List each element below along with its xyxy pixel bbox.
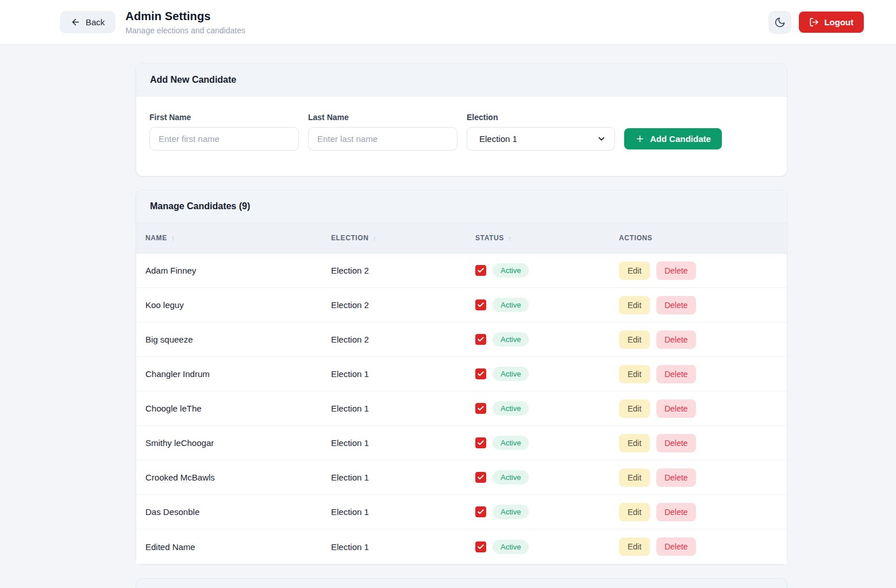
table-row: Das Desonble Election 1 Active Edit Dele… <box>136 495 787 529</box>
status-badge: Active <box>493 367 529 381</box>
candidate-actions-cell: Edit Delete <box>619 399 787 418</box>
edit-button[interactable]: Edit <box>619 330 650 349</box>
column-header-actions-label: ACTIONS <box>619 234 652 242</box>
sort-arrow-icon: ↑ <box>372 234 376 243</box>
candidate-status-cell: Active <box>475 436 619 450</box>
candidate-actions-cell: Edit Delete <box>619 468 787 487</box>
candidate-status-cell: Active <box>475 367 619 381</box>
candidate-status-cell: Active <box>475 298 619 312</box>
edit-button[interactable]: Edit <box>619 399 650 418</box>
active-checkbox[interactable] <box>475 437 486 448</box>
add-candidate-button-label: Add Candidate <box>650 134 711 144</box>
active-checkbox[interactable] <box>475 506 486 517</box>
last-name-input[interactable] <box>308 127 457 151</box>
election-select-value: Election 1 <box>479 134 517 144</box>
edit-button[interactable]: Edit <box>619 537 650 556</box>
delete-button[interactable]: Delete <box>656 262 695 280</box>
arrow-left-icon <box>71 17 80 27</box>
table-row: Big squeeze Election 2 Active Edit Delet… <box>136 322 787 357</box>
status-badge: Active <box>493 505 529 519</box>
last-name-label: Last Name <box>308 113 457 122</box>
candidate-name: Big squeeze <box>145 335 331 344</box>
edit-button[interactable]: Edit <box>619 296 650 314</box>
edit-button[interactable]: Edit <box>619 365 650 383</box>
logout-icon <box>809 17 819 27</box>
logout-button[interactable]: Logout <box>799 11 864 33</box>
candidate-election: Election 2 <box>331 266 475 275</box>
table-row: Smithy leChoogar Election 1 Active Edit … <box>136 426 787 460</box>
active-checkbox[interactable] <box>475 403 486 414</box>
column-header-status-label: STATUS <box>475 234 504 242</box>
active-checkbox[interactable] <box>475 368 486 379</box>
delete-button[interactable]: Delete <box>656 365 695 383</box>
election-select[interactable]: Election 1 <box>467 127 615 151</box>
topbar: Back Admin Settings Manage elections and… <box>0 0 896 45</box>
table-row: Koo leguy Election 2 Active Edit Delete <box>136 288 787 322</box>
add-candidate-button[interactable]: Add Candidate <box>624 128 722 149</box>
candidate-name: Koo leguy <box>145 300 331 310</box>
candidates-table-body: Adam Finney Election 2 Active Edit Delet… <box>136 253 787 564</box>
active-checkbox[interactable] <box>475 299 486 310</box>
candidate-status-cell: Active <box>475 332 619 347</box>
theme-toggle-button[interactable] <box>768 11 791 34</box>
add-candidate-card-title: Add New Candidate <box>150 75 773 85</box>
table-row: Changler Indrum Election 1 Active Edit D… <box>136 357 787 391</box>
candidate-election: Election 1 <box>331 542 475 552</box>
column-header-election[interactable]: ELECTION ↑ <box>331 234 475 243</box>
candidate-actions-cell: Edit Delete <box>619 434 787 452</box>
candidate-actions-cell: Edit Delete <box>619 537 787 556</box>
candidate-name: Crooked McBawls <box>145 472 331 482</box>
candidate-status-cell: Active <box>475 263 619 278</box>
first-name-field-group: First Name <box>149 113 299 151</box>
candidate-actions-cell: Edit Delete <box>619 365 787 383</box>
candidate-election: Election 1 <box>331 403 475 413</box>
candidate-election: Election 1 <box>331 369 475 379</box>
candidate-actions-cell: Edit Delete <box>619 262 787 280</box>
table-row: Crooked McBawls Election 1 Active Edit D… <box>136 460 787 495</box>
delete-button[interactable]: Delete <box>656 330 695 349</box>
edit-button[interactable]: Edit <box>619 262 650 280</box>
sort-arrow-icon: ↑ <box>171 234 175 243</box>
page-subtitle: Manage elections and candidates <box>125 26 245 35</box>
status-badge: Active <box>493 540 529 554</box>
table-row: Adam Finney Election 2 Active Edit Delet… <box>136 253 787 288</box>
candidate-name: Adam Finney <box>145 266 331 275</box>
sort-arrow-icon: ↑ <box>508 234 512 243</box>
column-header-name[interactable]: NAME ↑ <box>145 234 331 243</box>
add-candidate-card: Add New Candidate First Name Last Name E… <box>136 63 787 176</box>
edit-button[interactable]: Edit <box>619 503 650 521</box>
delete-button[interactable]: Delete <box>656 503 695 521</box>
first-name-input[interactable] <box>149 127 299 151</box>
candidate-election: Election 1 <box>331 438 475 448</box>
column-header-status[interactable]: STATUS ↑ <box>475 234 619 243</box>
delete-button[interactable]: Delete <box>656 296 695 314</box>
status-badge: Active <box>493 436 529 450</box>
candidate-name: Smithy leChoogar <box>145 438 331 448</box>
candidate-actions-cell: Edit Delete <box>619 330 787 349</box>
active-checkbox[interactable] <box>475 541 486 552</box>
add-candidate-card-header: Add New Candidate <box>136 64 787 97</box>
active-checkbox[interactable] <box>475 334 486 345</box>
manage-candidates-card: Manage Candidates (9) NAME ↑ ELECTION ↑ … <box>136 190 787 564</box>
edit-button[interactable]: Edit <box>619 468 650 487</box>
candidate-election: Election 2 <box>331 335 475 344</box>
back-button[interactable]: Back <box>60 11 116 33</box>
candidate-name: Changler Indrum <box>145 369 331 379</box>
logout-button-label: Logout <box>824 17 853 27</box>
partial-card <box>136 578 787 588</box>
candidate-actions-cell: Edit Delete <box>619 296 787 314</box>
active-checkbox[interactable] <box>475 472 486 483</box>
column-header-name-label: NAME <box>145 234 167 242</box>
delete-button[interactable]: Delete <box>656 399 695 418</box>
delete-button[interactable]: Delete <box>656 434 695 452</box>
delete-button[interactable]: Delete <box>656 537 695 556</box>
back-button-label: Back <box>86 17 105 27</box>
candidates-table-header: NAME ↑ ELECTION ↑ STATUS ↑ ACTIONS <box>136 223 787 253</box>
edit-button[interactable]: Edit <box>619 434 650 452</box>
first-name-label: First Name <box>149 113 299 122</box>
delete-button[interactable]: Delete <box>656 468 695 487</box>
active-checkbox[interactable] <box>475 265 486 276</box>
plus-icon <box>635 134 645 144</box>
candidate-election: Election 1 <box>331 507 475 517</box>
status-badge: Active <box>493 298 529 312</box>
